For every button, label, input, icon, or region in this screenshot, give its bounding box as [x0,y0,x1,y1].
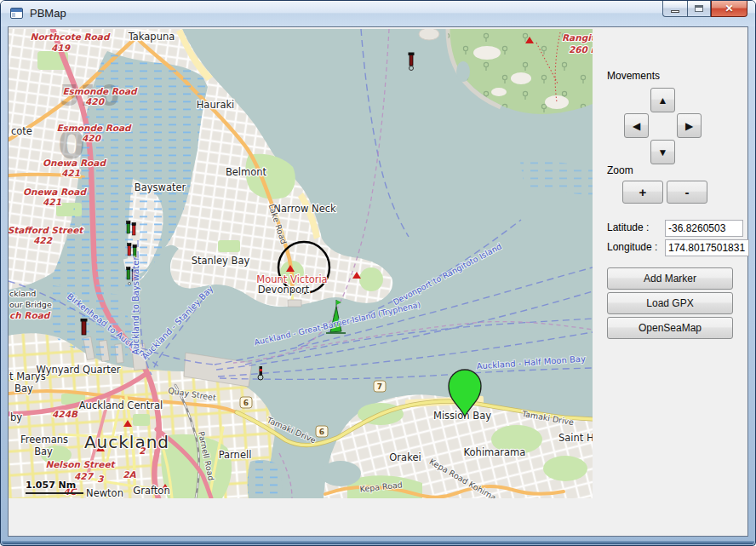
minimize-button[interactable] [662,1,687,17]
label-freemans-bay: Bay [34,445,53,457]
label-wynyard-quarter: Wynyard Quarter [36,364,120,376]
label-harbour-bridge-1: ckland [9,289,36,298]
zoom-out-button[interactable]: - [667,181,707,204]
zoom-label: Zoom [607,164,633,176]
plus-icon: + [639,185,647,199]
openseamap-button[interactable]: OpenSeaMap [607,317,733,339]
label-ref-419: 419 [51,43,72,53]
label-esmonde-road-2: Esmonde Road [56,123,132,133]
label-nelson-street: Nelson Street [45,459,116,469]
label-ref-3: 3 [97,474,104,484]
label-ref-422: 422 [33,235,53,245]
maximize-icon [695,5,703,12]
load-gpx-button[interactable]: Load GPX [607,292,733,314]
app-icon [10,8,23,19]
shield-6b: 6 [319,428,324,436]
label-devonport: Devonport [258,284,310,296]
client-area: 6 6 7 510 0 Takapuna Hauraki cote Belmon… [8,26,748,537]
label-rangitoto-elev: 260 m [569,44,593,55]
label-kohimarama: Kohimarama [464,446,526,458]
label-auckland-central: Auckland Central [79,399,163,411]
label-newton: Newton [86,487,123,498]
label-stafford-street: Stafford Street [9,225,84,235]
longitude-label: Longitude : [607,241,657,253]
map-svg: 6 6 7 510 0 Takapuna Hauraki cote Belmon… [9,29,593,498]
label-ref-424b: 424B [52,409,78,419]
label-parnell: Parnell [219,449,252,461]
label-mount-victoria: Mount Victoria [256,273,327,285]
label-rangitoto: Rangitoto [562,32,593,43]
label-ch-road: ch Road [9,310,51,320]
caption-buttons: ✕ [662,1,747,18]
movements-label: Movements [607,70,660,82]
up-arrow-icon: ▲ [658,95,668,106]
label-belmont: Belmont [226,166,267,178]
label-onewa-road-2: Onewa Road [23,187,87,197]
move-left-button[interactable]: ◀ [624,113,649,138]
move-up-button[interactable]: ▲ [650,88,675,112]
move-right-button[interactable]: ▶ [677,113,702,138]
label-st-marys-bay: Bay [14,382,33,394]
label-takapuna: Takapuna [128,31,175,43]
label-freemans: Freemans [20,434,68,445]
label-st-marys: t Marys [9,371,46,382]
label-hauraki: Hauraki [197,99,235,111]
label-grafton: Grafton [133,485,169,497]
shield-7: 7 [377,382,382,391]
label-esmonde-road-1: Esmonde Road [62,86,138,96]
move-down-button[interactable]: ▼ [650,140,675,164]
label-orakei: Orakei [389,451,421,463]
label-auckland: Auckland [84,432,169,452]
close-button[interactable]: ✕ [711,1,747,17]
label-ferry-bayswater: Auckland to Bayswater [131,256,140,355]
longitude-input[interactable] [665,239,749,256]
window-title: PBMap [30,7,66,20]
label-onewa-road-1: Onewa Road [43,158,106,168]
red-beacon-wynyard [81,319,88,335]
zoom-in-button[interactable]: + [622,181,663,204]
label-saint-heliers: Saint He [558,432,593,444]
window-bottom-edge [2,541,754,544]
label-ref-420a: 420 [85,96,106,106]
label-ref-2a: 2A [123,469,136,480]
label-stanley-bay: Stanley Bay [192,255,250,267]
down-arrow-icon: ▼ [658,147,668,158]
close-icon: ✕ [724,3,733,14]
latitude-label: Latitude : [607,221,649,233]
label-ref-421b: 421 [43,197,61,207]
title-bar[interactable]: PBMap ✕ [1,1,755,26]
label-by: by [10,411,22,423]
label-bayswater: Bayswater [135,181,186,193]
screen: PBMap ✕ [0,0,756,546]
maximize-button[interactable] [687,1,711,17]
shield-6a: 6 [243,399,249,407]
label-ref-427: 427 [74,471,94,481]
label-harbour-bridge-2: our Bridge [9,300,52,309]
left-arrow-icon: ◀ [633,120,640,132]
label-narrow-neck: Narrow Neck [273,203,336,215]
latitude-input[interactable] [665,220,743,237]
label-ref-420b: 420 [82,133,102,143]
minus-icon: - [685,185,690,199]
map-canvas[interactable]: 6 6 7 510 0 Takapuna Hauraki cote Belmon… [9,29,593,498]
label-ref-421a: 421 [61,168,80,178]
scale-label: 1.057 Nm [26,480,76,491]
label-ref-2: 2 [139,445,146,456]
minimize-icon [671,10,679,13]
right-arrow-icon: ▶ [685,120,693,132]
label-northcote-road: Northcote Road [31,32,111,42]
add-marker-button[interactable]: Add Marker [607,267,733,290]
app-window: PBMap ✕ [0,0,756,546]
label-cote: cote [11,125,32,137]
